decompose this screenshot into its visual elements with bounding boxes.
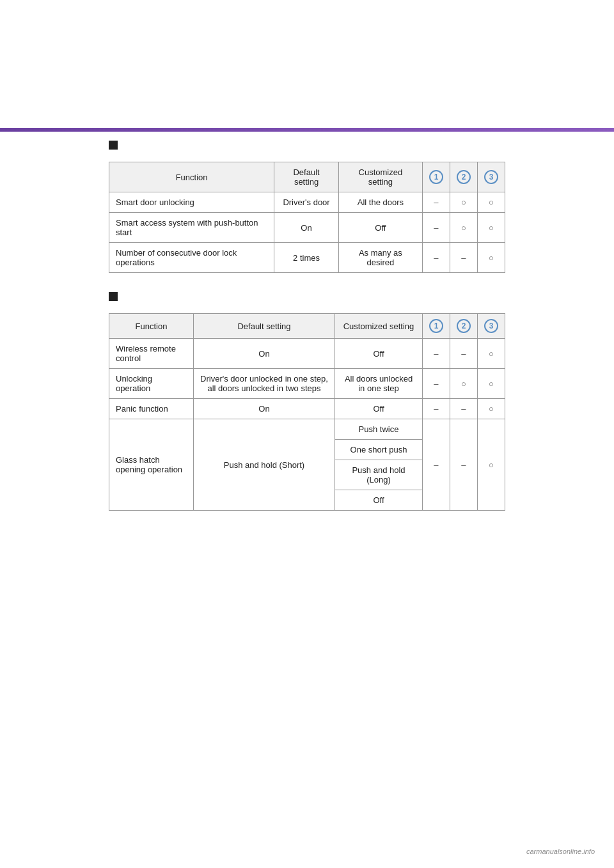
cell-customized-option: Push twice [335,419,423,440]
cell-c1: – [422,419,450,511]
table2-section-header [109,292,505,308]
circle-1-t1: 1 [429,170,443,184]
cell-default: On [193,399,335,419]
cell-c1: – [422,339,450,369]
cell-default: On [193,339,335,369]
cell-c3: ○ [477,369,505,399]
table1: Function Default setting Customized sett… [109,162,505,273]
content-area: Function Default setting Customized sett… [0,0,614,568]
cell-c2: – [450,419,477,511]
cell-c3: ○ [477,419,505,511]
table1-section-header [109,141,505,157]
cell-c2: ○ [450,369,477,399]
cell-c1: – [422,243,450,273]
cell-function: Smart access system with push-button sta… [109,213,274,243]
cell-customized: Off [335,339,423,369]
cell-default: Driver's door [274,192,339,213]
cell-customized-option: One short push [335,440,423,460]
circle-1-t2: 1 [429,319,443,333]
cell-customized: Off [338,213,422,243]
table2: Function Default setting Customized sett… [109,313,505,511]
table-row: Smart door unlocking Driver's door All t… [109,192,505,213]
circle-3-t1: 3 [484,170,498,184]
circle-3-t2: 3 [484,319,498,333]
cell-function: Panic function [109,399,194,419]
table1-wrapper: Function Default setting Customized sett… [109,141,505,273]
cell-c1: – [422,192,450,213]
cell-c3: ○ [477,399,505,419]
table2-col-default: Default setting [193,314,335,339]
cell-c2: – [450,399,477,419]
cell-customized-option: Off [335,490,423,511]
table1-col-customized: Customized setting [338,162,422,192]
table-row: Wireless remote control On Off – – ○ [109,339,505,369]
cell-default: 2 times [274,243,339,273]
table-row: Glass hatch opening operation Push and h… [109,419,505,440]
circle-2-t1: 2 [457,170,471,184]
cell-customized-option: Push and hold (Long) [335,460,423,490]
cell-default: Push and hold (Short) [193,419,335,511]
table2-col-c2: 2 [450,314,477,339]
cell-customized: Off [335,399,423,419]
cell-c2: – [450,243,477,273]
cell-function: Smart door unlocking [109,192,274,213]
table-row: Smart access system with push-button sta… [109,213,505,243]
cell-c1: – [422,213,450,243]
table1-col-c3: 3 [477,162,505,192]
cell-c3: ○ [477,243,505,273]
table1-col-c1: 1 [422,162,450,192]
cell-function: Glass hatch opening operation [109,419,194,511]
cell-c2: ○ [450,192,477,213]
table-row: Panic function On Off – – ○ [109,399,505,419]
cell-customized: All doors unlocked in one step [335,369,423,399]
cell-c1: – [422,369,450,399]
table1-col-function: Function [109,162,274,192]
cell-function: Number of consecutive door lock operatio… [109,243,274,273]
table2-wrapper: Function Default setting Customized sett… [109,292,505,511]
cell-c1: – [422,399,450,419]
cell-default: On [274,213,339,243]
cell-function: Unlocking operation [109,369,194,399]
section1-bullet [109,141,118,150]
table1-col-default: Default setting [274,162,339,192]
table2-col-customized: Customized setting [335,314,423,339]
table2-col-c3: 3 [477,314,505,339]
cell-default: Driver's door unlocked in one step, all … [193,369,335,399]
circle-2-t2: 2 [457,319,471,333]
cell-c3: ○ [477,213,505,243]
table2-col-function: Function [109,314,194,339]
table-row: Number of consecutive door lock operatio… [109,243,505,273]
accent-bar [0,128,614,132]
watermark: carmanualsonline.info [526,848,595,855]
table-row: Unlocking operation Driver's door unlock… [109,369,505,399]
page-container: Function Default setting Customized sett… [0,0,614,868]
cell-customized: As many as desired [338,243,422,273]
section2-bullet [109,292,118,301]
table2-col-c1: 1 [422,314,450,339]
table1-col-c2: 2 [450,162,477,192]
cell-c2: – [450,339,477,369]
cell-function: Wireless remote control [109,339,194,369]
cell-c3: ○ [477,192,505,213]
cell-c3: ○ [477,339,505,369]
cell-c2: ○ [450,213,477,243]
cell-customized: All the doors [338,192,422,213]
